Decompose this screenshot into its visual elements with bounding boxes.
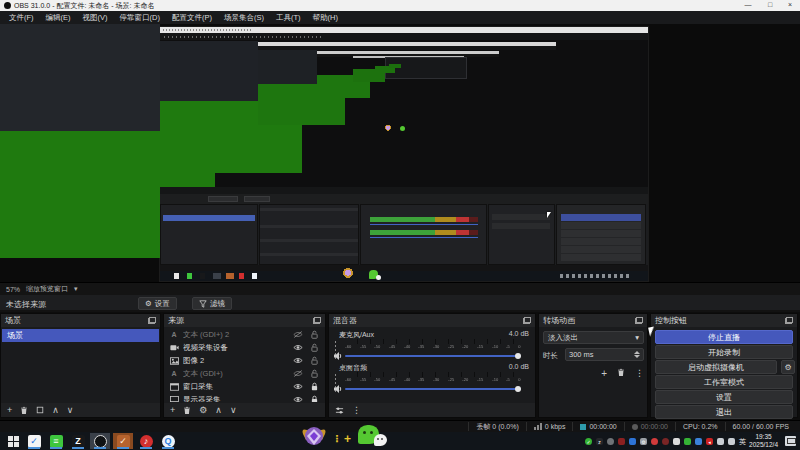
menu-item[interactable]: 文件(F) [4, 11, 39, 24]
volume-slider[interactable] [345, 388, 521, 390]
minimize-icon[interactable]: — [740, 0, 756, 10]
menu-item[interactable]: 帮助(H) [308, 11, 343, 24]
unlock-icon[interactable] [308, 369, 320, 378]
taskbar-app-music[interactable]: ♪ [136, 433, 156, 449]
duration-spinbox[interactable]: 300 ms [565, 348, 644, 361]
tray-icon[interactable]: ✓ [585, 438, 592, 445]
volume-slider[interactable] [345, 355, 521, 357]
volume-slider-handle[interactable] [515, 386, 521, 392]
taskbar-app-green[interactable]: ≡ [46, 433, 66, 449]
eye-icon[interactable] [292, 383, 304, 390]
transition-select[interactable]: 淡入淡出 ▾ [543, 331, 644, 344]
menu-item[interactable]: 工具(T) [271, 11, 306, 24]
source-properties-icon[interactable]: ⚙ [199, 403, 207, 417]
trash-icon[interactable] [183, 406, 191, 415]
spin-down-icon[interactable] [634, 355, 640, 358]
eye-icon[interactable] [292, 396, 304, 402]
tray-ime-icon[interactable]: 英 [739, 437, 746, 447]
tray-icon[interactable] [618, 438, 625, 445]
menu-item[interactable]: 配置文件(P) [167, 11, 217, 24]
move-up-icon[interactable]: ∧ [52, 403, 59, 417]
source-row[interactable]: 视频采集设备 [165, 341, 324, 354]
unlock-icon[interactable] [308, 356, 320, 365]
more-icon[interactable]: ⋮ [352, 403, 361, 417]
controls-button[interactable]: 开始录制 [655, 345, 793, 359]
unlock-icon[interactable] [308, 343, 320, 352]
tray-icon[interactable] [629, 438, 636, 445]
taskbar-app-q[interactable]: Q [158, 433, 178, 449]
tray-icon[interactable] [717, 438, 724, 445]
source-properties-button[interactable]: ⚙ 设置 [138, 297, 177, 310]
volume-slider-handle[interactable] [515, 353, 521, 359]
tray-icon[interactable] [728, 438, 735, 445]
move-up-icon[interactable]: ∧ [215, 403, 222, 417]
eye-icon[interactable] [292, 344, 304, 351]
transition-properties-icon[interactable]: ⋮ [635, 368, 644, 379]
taskbar-app-obs[interactable] [90, 433, 110, 449]
spinner-arrows[interactable] [634, 351, 640, 358]
notification-icon[interactable] [785, 436, 796, 446]
scene-filters-icon[interactable] [36, 406, 44, 414]
tray-icon[interactable]: ◂ [706, 438, 713, 445]
virtualcam-settings-button[interactable]: ⚙ [781, 360, 795, 374]
speaker-icon[interactable] [333, 384, 343, 394]
lock-icon[interactable] [308, 382, 320, 391]
tray-icon[interactable] [662, 438, 669, 445]
trash-icon[interactable] [20, 406, 28, 415]
source-row[interactable]: A文本 (GDI+) [165, 367, 324, 380]
source-row[interactable]: 窗口采集 [165, 380, 324, 393]
unlock-icon[interactable] [308, 330, 320, 339]
taskbar-clock[interactable]: 19:35 2025/12/4 [749, 433, 778, 449]
close-icon[interactable]: × [782, 0, 798, 10]
maximize-icon[interactable]: □ [762, 0, 778, 10]
taskbar-app-orange[interactable]: ✓ [113, 433, 133, 449]
tray-icon[interactable]: ⚙ [640, 438, 647, 445]
eye-icon[interactable] [292, 357, 304, 364]
tray-icon[interactable] [695, 438, 702, 445]
tray-icon[interactable] [651, 438, 658, 445]
popout-icon[interactable] [523, 317, 531, 324]
game-rank-badge-icon[interactable] [300, 424, 328, 449]
popout-icon[interactable] [148, 317, 156, 324]
move-down-icon[interactable]: ∨ [67, 403, 74, 417]
lock-icon[interactable] [308, 395, 320, 402]
menu-item[interactable]: 视图(V) [78, 11, 113, 24]
menu-item[interactable]: 编辑(E) [41, 11, 76, 24]
advanced-audio-icon[interactable] [335, 406, 344, 415]
menu-item[interactable]: 场景集合(S) [219, 11, 269, 24]
popout-icon[interactable] [785, 317, 793, 324]
add-transition-icon[interactable]: + [601, 368, 607, 379]
tray-icon[interactable]: z [596, 438, 603, 445]
menu-item[interactable]: 停靠窗口(D) [115, 11, 165, 24]
add-icon[interactable]: + [170, 403, 175, 417]
source-row[interactable]: A文本 (GDI+) 2 [165, 328, 324, 341]
controls-button[interactable]: 启动虚拟摄像机 [655, 360, 777, 374]
trash-icon[interactable] [617, 368, 625, 377]
source-row[interactable]: 图像 2 [165, 354, 324, 367]
scene-list-item[interactable]: 场景 [2, 329, 159, 342]
move-down-icon[interactable]: ∨ [230, 403, 237, 417]
windows-start-icon[interactable] [8, 436, 19, 447]
tray-icon[interactable] [607, 438, 614, 445]
eye-off-icon[interactable] [292, 370, 304, 377]
popout-icon[interactable] [313, 317, 321, 324]
preview-zoom-dropdown[interactable]: 57% 缩放预览窗口 ▾ [0, 282, 800, 295]
taskbar-app-z[interactable]: Z [68, 433, 88, 449]
tray-icon[interactable] [684, 438, 691, 445]
popout-icon[interactable] [635, 317, 643, 324]
controls-button[interactable]: 工作室模式 [655, 375, 793, 389]
controls-button[interactable]: 退出 [655, 405, 793, 419]
spin-up-icon[interactable] [634, 351, 640, 354]
eye-off-icon[interactable] [292, 331, 304, 338]
preview-canvas[interactable] [0, 24, 800, 282]
overlay-plus-icon[interactable]: + [344, 432, 351, 446]
controls-button[interactable]: 设置 [655, 390, 793, 404]
overlay-more-icon[interactable]: ⋮ [332, 433, 342, 444]
speaker-icon[interactable] [333, 351, 343, 361]
source-row[interactable]: 显示器采集 [165, 393, 324, 402]
add-icon[interactable]: + [7, 403, 12, 417]
source-filters-button[interactable]: 滤镜 [192, 297, 232, 310]
controls-button[interactable]: 停止直播 [655, 330, 793, 344]
tray-icon[interactable] [673, 438, 680, 445]
taskbar-app-check[interactable]: ✓ [24, 433, 44, 449]
